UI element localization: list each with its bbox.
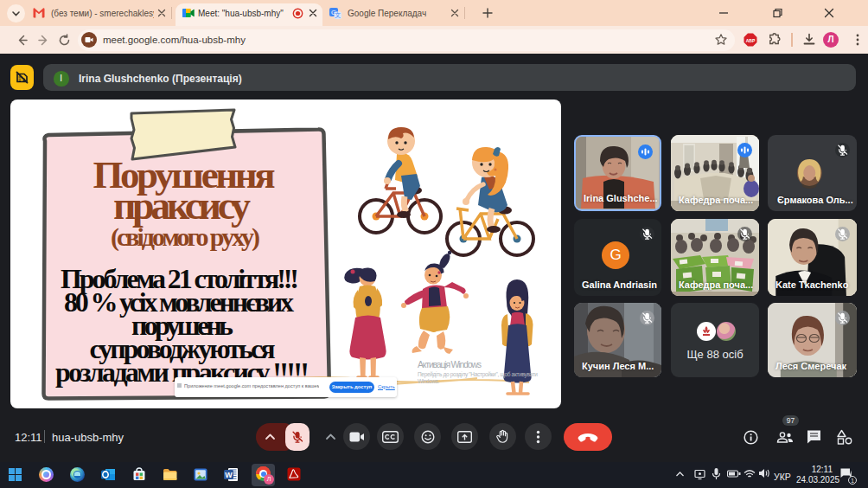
svg-text:(свідомого руху): (свідомого руху) bbox=[111, 222, 260, 252]
svg-text:Перейдіть до розділу "Настройк: Перейдіть до розділу "Настройки", щоб ак… bbox=[418, 371, 538, 378]
svg-text:W: W bbox=[225, 471, 233, 479]
svg-text:ABP: ABP bbox=[746, 38, 756, 43]
svg-text:Windows.: Windows. bbox=[418, 378, 439, 384]
svg-text:праксису: праксису bbox=[113, 183, 251, 228]
svg-text:文: 文 bbox=[335, 11, 341, 18]
svg-text:Активація Windows: Активація Windows bbox=[418, 359, 482, 369]
